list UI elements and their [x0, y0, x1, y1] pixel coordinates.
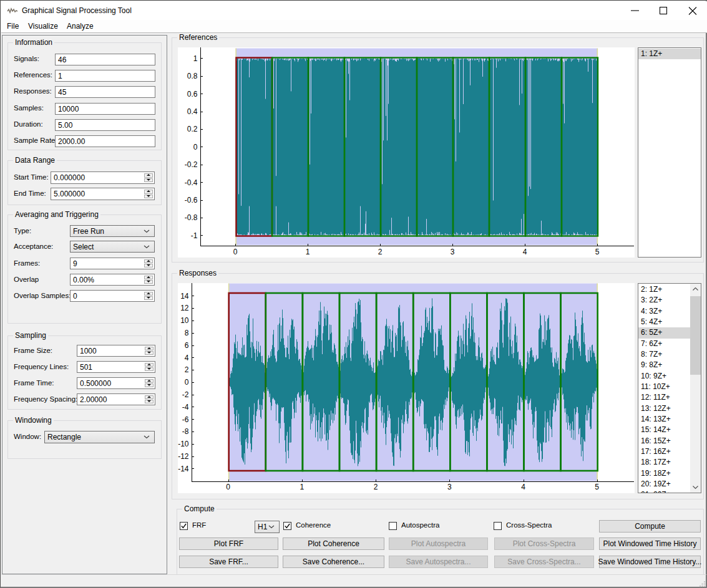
svg-text:0.6: 0.6: [187, 90, 198, 99]
svg-text:2: 2: [185, 365, 189, 374]
svg-text:-0.8: -0.8: [185, 213, 198, 222]
svg-text:-0.2: -0.2: [185, 160, 198, 169]
svg-text:5: 5: [595, 483, 599, 491]
svg-text:3: 3: [451, 248, 455, 256]
svg-text:0.2: 0.2: [187, 125, 198, 133]
svg-text:-10: -10: [178, 440, 189, 448]
svg-text:2: 2: [374, 483, 378, 491]
svg-text:1: 1: [306, 248, 310, 256]
svg-text:1: 1: [300, 483, 305, 491]
svg-text:-1: -1: [191, 231, 198, 240]
svg-text:12: 12: [180, 304, 189, 312]
svg-text:-0.4: -0.4: [185, 178, 198, 187]
svg-text:10: 10: [180, 316, 189, 325]
svg-text:6: 6: [185, 341, 189, 350]
svg-text:4: 4: [523, 248, 527, 256]
svg-text:5: 5: [595, 248, 600, 256]
svg-text:-12: -12: [178, 452, 189, 461]
svg-text:14: 14: [180, 292, 189, 301]
svg-text:-4: -4: [182, 403, 189, 412]
svg-text:0: 0: [233, 248, 238, 256]
svg-text:0.4: 0.4: [187, 107, 198, 116]
svg-text:3: 3: [447, 483, 452, 491]
svg-text:-2: -2: [182, 390, 189, 399]
svg-text:0: 0: [226, 483, 230, 491]
svg-text:0: 0: [193, 143, 198, 152]
svg-text:8: 8: [185, 329, 189, 337]
svg-text:4: 4: [521, 483, 525, 491]
svg-text:-14: -14: [178, 465, 189, 473]
svg-text:-8: -8: [182, 427, 189, 436]
svg-text:-6: -6: [182, 415, 189, 424]
svg-text:2: 2: [378, 248, 383, 256]
svg-text:-0.6: -0.6: [185, 196, 198, 205]
svg-text:0.8: 0.8: [187, 72, 198, 80]
svg-text:1: 1: [193, 54, 198, 63]
svg-text:4: 4: [185, 354, 189, 362]
svg-text:0: 0: [185, 378, 189, 387]
